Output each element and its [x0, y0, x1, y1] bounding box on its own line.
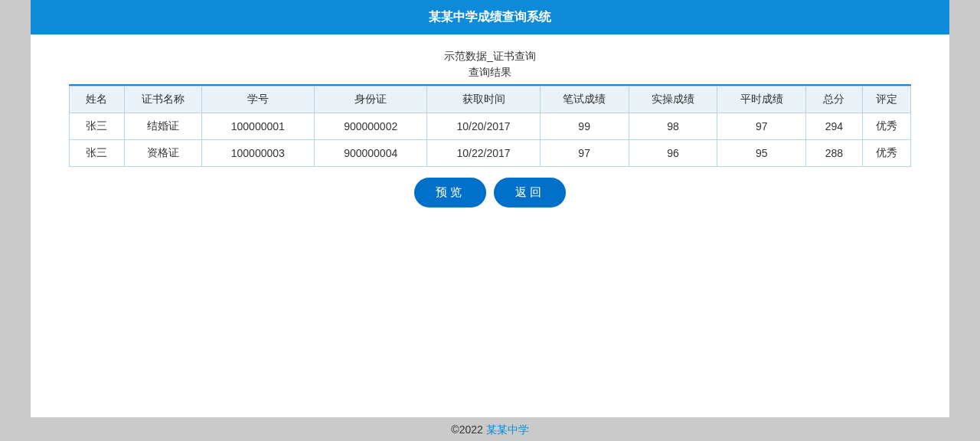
cell-total: 294: [806, 113, 863, 140]
cell-total: 288: [806, 140, 863, 167]
cell-eval: 优秀: [862, 113, 910, 140]
cell-name: 张三: [70, 140, 125, 167]
col-header-time: 获取时间: [427, 87, 540, 113]
table-row: 张三 资格证 100000003 900000004 10/22/2017 97…: [70, 140, 911, 167]
footer-link[interactable]: 某某中学: [486, 423, 529, 436]
cell-name: 张三: [70, 113, 125, 140]
cell-time: 10/20/2017: [427, 113, 540, 140]
col-header-usual: 平时成绩: [717, 87, 806, 113]
page-subtitle-1: 示范数据_证书查询: [31, 48, 949, 64]
cell-usual: 97: [717, 113, 806, 140]
main-content: 示范数据_证书查询 查询结果 姓名 证书名称 学号 身份证 获取时间 笔试成绩 …: [31, 34, 949, 417]
cell-eval: 优秀: [862, 140, 910, 167]
page-title: 某某中学成绩查询系统: [429, 10, 551, 23]
table-header-row: 姓名 证书名称 学号 身份证 获取时间 笔试成绩 实操成绩 平时成绩 总分 评定: [70, 87, 911, 113]
col-header-written: 笔试成绩: [540, 87, 629, 113]
cell-sid: 100000001: [201, 113, 314, 140]
col-header-cert: 证书名称: [124, 87, 201, 113]
col-header-eval: 评定: [862, 87, 910, 113]
table-row: 张三 结婚证 100000001 900000002 10/20/2017 99…: [70, 113, 911, 140]
back-button[interactable]: 返回: [494, 178, 566, 207]
cell-idcard: 900000004: [315, 140, 427, 167]
cell-sid: 100000003: [201, 140, 314, 167]
cell-practical: 98: [629, 113, 717, 140]
cell-practical: 96: [629, 140, 717, 167]
col-header-idcard: 身份证: [315, 87, 427, 113]
results-table: 姓名 证书名称 学号 身份证 获取时间 笔试成绩 实操成绩 平时成绩 总分 评定…: [69, 86, 911, 167]
cell-written: 97: [540, 140, 629, 167]
cell-time: 10/22/2017: [427, 140, 540, 167]
col-header-practical: 实操成绩: [629, 87, 717, 113]
preview-button[interactable]: 预览: [414, 178, 486, 207]
cell-cert: 资格证: [124, 140, 201, 167]
col-header-name: 姓名: [70, 87, 125, 113]
col-header-sid: 学号: [201, 87, 314, 113]
page-subtitle-2: 查询结果: [31, 64, 949, 80]
page-header: 某某中学成绩查询系统: [31, 0, 949, 34]
results-table-wrap: 姓名 证书名称 学号 身份证 获取时间 笔试成绩 实操成绩 平时成绩 总分 评定…: [69, 84, 911, 167]
page-footer: ©2022 某某中学: [31, 417, 949, 441]
cell-cert: 结婚证: [124, 113, 201, 140]
footer-copyright: ©2022: [451, 423, 485, 436]
col-header-total: 总分: [806, 87, 863, 113]
cell-written: 99: [540, 113, 629, 140]
cell-usual: 95: [717, 140, 806, 167]
button-bar: 预览 返回: [31, 178, 949, 207]
cell-idcard: 900000002: [315, 113, 427, 140]
